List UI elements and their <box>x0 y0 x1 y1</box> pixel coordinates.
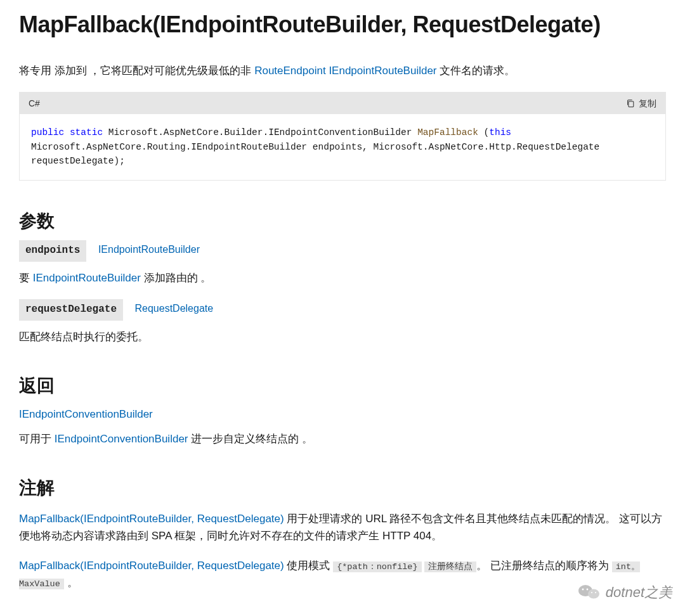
copy-button[interactable]: 复制 <box>626 96 656 110</box>
notes-p1: MapFallback(IEndpointRouteBuilder, Reque… <box>19 510 666 544</box>
code-fn: MapFallback <box>417 127 478 138</box>
code-open: ( <box>478 127 489 138</box>
copy-label: 复制 <box>639 96 656 110</box>
kw-static: static <box>70 127 103 138</box>
intro-suffix: 文件名的请求。 <box>440 65 515 77</box>
ret-pre: 可用于 <box>19 433 55 445</box>
code-block: C# 复制 public static Microsoft.AspNetCore… <box>19 92 666 181</box>
inline-code-register: 注册终结点 <box>424 561 476 572</box>
param-type-endpoints[interactable]: IEndpointRouteBuilder <box>98 244 200 255</box>
svg-point-5 <box>591 592 592 593</box>
param-desc-requestdelegate: 匹配终结点时执行的委托。 <box>19 328 666 345</box>
svg-point-6 <box>595 592 596 593</box>
param-name-endpoints: endpoints <box>19 240 86 262</box>
notes-p2: MapFallback(IEndpointRouteBuilder, Reque… <box>19 557 666 591</box>
kw-public: public <box>31 127 64 138</box>
page-title: MapFallback(IEndpointRouteBuilder, Reque… <box>19 6 666 43</box>
ret-post: 进一步自定义终结点的 。 <box>188 433 313 445</box>
copy-icon <box>626 99 635 108</box>
svg-rect-0 <box>629 101 634 107</box>
param-row-requestdelegate: requestDelegate RequestDelegate <box>19 299 666 321</box>
link-iendpointroutebuilder[interactable]: IEndpointRouteBuilder <box>329 65 436 77</box>
param-desc-endpoints: 要 IEndpointRouteBuilder 添加路由的 。 <box>19 269 666 286</box>
code-body: public static Microsoft.AspNetCore.Build… <box>20 114 665 179</box>
code-lang-label: C# <box>29 96 40 110</box>
notes-p2-mid2: 。 已注册终结点的顺序将为 <box>476 560 611 572</box>
code-header: C# 复制 <box>20 93 665 114</box>
notes-p2-link[interactable]: MapFallback(IEndpointRouteBuilder, Reque… <box>19 560 284 572</box>
notes-heading: 注解 <box>19 474 666 503</box>
param-type-requestdelegate[interactable]: RequestDelegate <box>134 303 213 314</box>
p1-pre: 要 <box>19 272 33 284</box>
link-routeendpoint[interactable]: RouteEndpoint <box>254 65 325 77</box>
returns-link[interactable]: IEndpointConventionBuilder <box>19 408 153 420</box>
returns-desc: 可用于 IEndpointConventionBuilder 进一步自定义终结点… <box>19 430 666 447</box>
notes-p2-end: 。 <box>64 577 78 589</box>
link-p1-desc[interactable]: IEndpointRouteBuilder <box>33 272 141 284</box>
code-seg1: Microsoft.AspNetCore.Builder.IEndpointCo… <box>103 127 417 138</box>
params-heading: 参数 <box>19 207 666 236</box>
returns-heading: 返回 <box>19 372 666 401</box>
param-name-requestdelegate: requestDelegate <box>19 299 123 321</box>
intro-prefix: 将专用 添加到 ，它将匹配对可能优先级最低的非 <box>19 65 254 77</box>
notes-p2-mid1: 使用模式 <box>284 560 333 572</box>
param-row-endpoints: endpoints IEndpointRouteBuilder <box>19 240 666 262</box>
link-ret-desc[interactable]: IEndpointConventionBuilder <box>55 433 188 445</box>
intro-paragraph: 将专用 添加到 ，它将匹配对可能优先级最低的非 RouteEndpoint IE… <box>19 62 666 79</box>
p1-post: 添加路由的 。 <box>141 272 211 284</box>
kw-this: this <box>489 127 511 138</box>
notes-p1-link[interactable]: MapFallback(IEndpointRouteBuilder, Reque… <box>19 513 284 525</box>
inline-code-pattern: {*path：nonfile} <box>333 561 421 572</box>
